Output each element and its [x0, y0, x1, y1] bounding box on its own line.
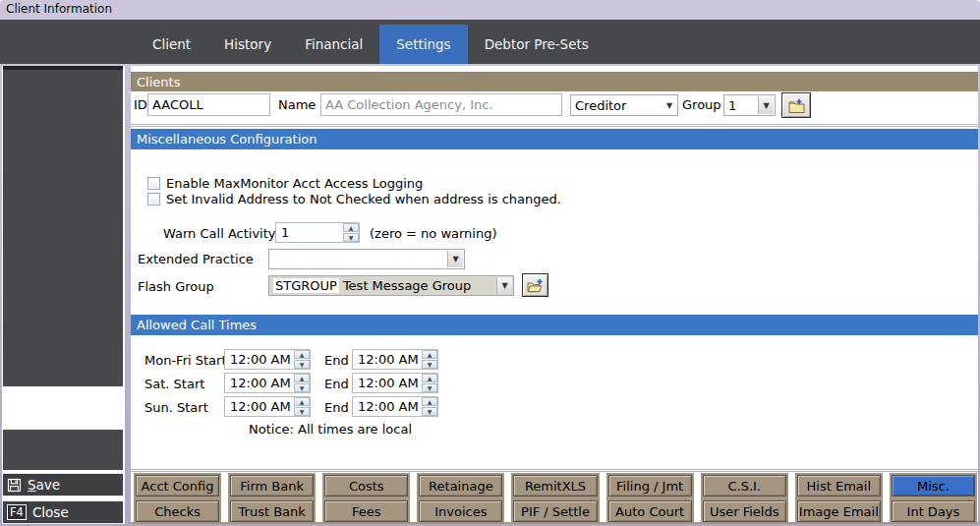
sat-start-time[interactable]: 12:00 AM ▲▼ [224, 373, 311, 393]
bottom-tab-auto-court[interactable]: Auto Court [608, 500, 692, 522]
bottom-tab-user-fields[interactable]: User Fields [703, 500, 786, 522]
stepper-buttons: ▲▼ [422, 374, 437, 392]
tab-debtor-pre-sets[interactable]: Debtor Pre-Sets [468, 25, 605, 64]
divider [131, 124, 978, 127]
monfri-end-time[interactable]: 12:00 AM ▲▼ [352, 349, 438, 370]
chevron-down-icon: ▼ [662, 95, 677, 115]
stepper-buttons: ▲▼ [422, 397, 437, 416]
client-name-input[interactable] [320, 93, 562, 116]
bottom-tab-pif-settle[interactable]: PIF / Settle [513, 500, 597, 522]
tab-financial[interactable]: Financial [288, 25, 379, 64]
maxmonitor-checkbox[interactable] [147, 177, 160, 190]
spin-down-button[interactable]: ▼ [294, 360, 310, 369]
floppy-disk-icon [7, 478, 22, 493]
spin-down-button[interactable]: ▼ [294, 383, 310, 392]
time-value: 12:00 AM [358, 399, 419, 414]
bottom-tab-trust-bank[interactable]: Trust Bank [230, 500, 314, 522]
folder-plus-icon [788, 98, 805, 113]
time-value: 12:00 AM [358, 376, 419, 390]
client-id-input[interactable] [147, 93, 270, 116]
spin-down-button[interactable]: ▼ [422, 360, 437, 369]
bottom-tab-costs[interactable]: Costs [324, 475, 408, 497]
time-value: 12:00 AM [230, 376, 291, 390]
close-button-label: Close [32, 504, 69, 520]
sun-start-label: Sun. Start [144, 400, 208, 415]
sun-start-time[interactable]: 12:00 AM ▲▼ [224, 396, 311, 417]
flash-group-value: STGROUPTest Message Group [273, 278, 495, 293]
sidebar-panel-top [3, 66, 123, 386]
invalid-address-checkbox-label: Set Invalid Address to Not Checked when … [166, 192, 561, 206]
chevron-down-icon: ▼ [496, 277, 512, 294]
stepper-buttons: ▲▼ [294, 350, 310, 369]
tab-settings[interactable]: Settings [379, 25, 467, 64]
bottom-tab-misc[interactable]: Misc. [892, 475, 975, 497]
bottom-tab-fees[interactable]: Fees [324, 500, 408, 522]
chevron-down-icon: ▼ [447, 251, 463, 267]
client-information-window: Client Information Client History Financ… [0, 0, 980, 526]
maxmonitor-checkbox-row: Enable MaxMonitor Acct Access Logging [147, 176, 423, 191]
group-value: 1 [728, 98, 757, 113]
invalid-address-checkbox[interactable] [147, 193, 160, 205]
bottom-tab-filing-jmt[interactable]: Filing / Jmt [608, 475, 692, 497]
monfri-start-label: Mon-Fri Start [144, 353, 226, 368]
bottom-tab-invoices[interactable]: Invoices [419, 500, 502, 522]
spin-up-button[interactable]: ▲ [422, 374, 437, 382]
main-tab-bar: Client History Financial Settings Debtor… [0, 20, 980, 64]
bottom-tab-retainage[interactable]: Retainage [419, 475, 502, 497]
sat-end-time[interactable]: 12:00 AM ▲▼ [352, 373, 438, 393]
warn-call-activity-value: 1 [281, 225, 289, 240]
spin-up-button[interactable]: ▲ [294, 374, 310, 382]
extended-practice-label: Extended Practice [138, 252, 254, 266]
tab-client[interactable]: Client [136, 25, 207, 64]
bottom-tab-grid: Acct Config Firm Bank Costs Retainage Re… [136, 475, 975, 522]
warn-call-activity-stepper[interactable]: 1 ▲ ▼ [275, 222, 360, 243]
bottom-tab-csi[interactable]: C.S.I. [703, 475, 786, 497]
warn-call-activity-hint: (zero = no warning) [370, 226, 497, 241]
monfri-end-label: End [324, 353, 349, 368]
monfri-start-time[interactable]: 12:00 AM ▲▼ [224, 349, 311, 370]
stepper-buttons: ▲▼ [294, 397, 310, 416]
maxmonitor-checkbox-label: Enable MaxMonitor Acct Access Logging [166, 176, 423, 191]
left-sidebar: Save F4 Close [2, 66, 125, 524]
sidebar-panel-bottom [3, 430, 123, 470]
group-dropdown[interactable]: 1 ▼ [723, 94, 776, 116]
bottom-tab-firm-bank[interactable]: Firm Bank [230, 475, 314, 497]
bottom-tab-hist-email[interactable]: Hist Email [797, 475, 881, 497]
spin-down-button[interactable]: ▼ [422, 407, 437, 416]
add-flash-group-button[interactable] [522, 273, 548, 297]
spin-up-button[interactable]: ▲ [422, 350, 437, 359]
spin-down-button[interactable]: ▼ [343, 233, 359, 242]
f4-key-badge: F4 [7, 504, 27, 520]
spin-up-button[interactable]: ▲ [294, 397, 310, 406]
flash-group-dropdown[interactable]: STGROUPTest Message Group ▼ [268, 275, 514, 296]
client-type-dropdown[interactable]: Creditor ▼ [570, 94, 678, 116]
stepper-buttons: ▲▼ [294, 374, 310, 392]
bottom-tab-image-email[interactable]: Image Email [797, 500, 881, 522]
divider [131, 469, 978, 472]
spin-up-button[interactable]: ▲ [294, 350, 310, 359]
spin-up-button[interactable]: ▲ [422, 397, 437, 406]
add-group-button[interactable] [781, 92, 811, 118]
bottom-tab-checks[interactable]: Checks [136, 500, 219, 522]
extended-practice-dropdown[interactable]: ▼ [268, 249, 465, 269]
group-label: Group [682, 97, 721, 112]
spin-down-button[interactable]: ▼ [422, 383, 437, 392]
save-button[interactable]: Save [2, 473, 124, 497]
sat-end-label: End [324, 377, 349, 391]
sun-end-time[interactable]: 12:00 AM ▲▼ [352, 396, 438, 417]
close-button[interactable]: F4 Close [2, 500, 124, 524]
stepper-buttons: ▲▼ [422, 350, 437, 369]
spin-down-button[interactable]: ▼ [294, 407, 310, 416]
spin-up-button[interactable]: ▲ [343, 223, 359, 232]
name-label: Name [278, 97, 316, 112]
call-times-section-header: Allowed Call Times [131, 315, 978, 335]
flash-group-label: Flash Group [138, 279, 214, 294]
tab-history[interactable]: History [207, 25, 288, 64]
client-type-value: Creditor [575, 98, 662, 113]
bottom-tab-int-days[interactable]: Int Days [892, 500, 975, 522]
sat-start-label: Sat. Start [144, 377, 204, 391]
bottom-tab-acct-config[interactable]: Acct Config [136, 475, 219, 497]
clients-section-header: Clients [131, 72, 978, 91]
bottom-tab-remitxls[interactable]: RemitXLS [513, 475, 597, 497]
time-value: 12:00 AM [230, 399, 291, 414]
